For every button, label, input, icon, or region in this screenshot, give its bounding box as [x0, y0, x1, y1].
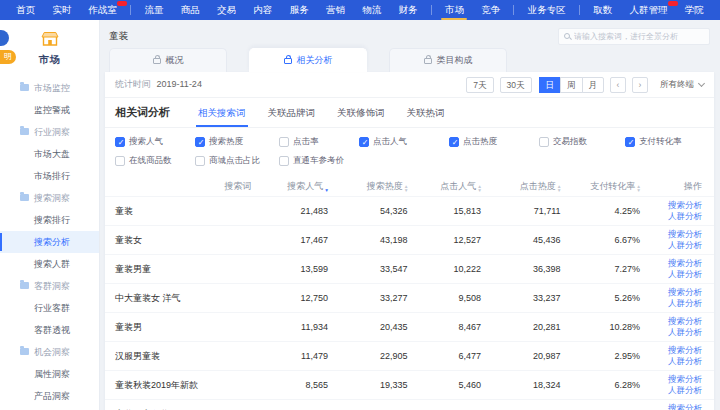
top-nav-item[interactable]: 营销: [322, 0, 349, 20]
search-analysis-link[interactable]: 搜索分析: [642, 287, 702, 298]
sidebar-item[interactable]: 行业客群: [0, 297, 99, 319]
sidebar-item[interactable]: 搜索分析: [0, 231, 99, 253]
top-nav-item[interactable]: [130, 5, 131, 15]
top-nav-item[interactable]: [513, 5, 514, 15]
top-nav-item[interactable]: 学院: [681, 0, 708, 20]
search-analysis-link[interactable]: 搜索分析: [642, 258, 702, 269]
search-analysis-link[interactable]: 搜索分析: [642, 374, 702, 385]
sidebar-item[interactable]: 搜索洞察: [0, 187, 99, 209]
top-nav-item[interactable]: 作战室: [85, 0, 122, 20]
table-header-cell[interactable]: 操作▴▾: [642, 180, 704, 193]
page-tab[interactable]: 概况: [109, 48, 227, 72]
metric-checkbox-item[interactable]: 搜索热度: [195, 136, 279, 148]
table-header-cell[interactable]: 搜索热度▴▾: [330, 180, 410, 193]
top-nav-item[interactable]: 内容: [249, 0, 276, 20]
sidebar-item[interactable]: 搜索人群: [0, 253, 99, 275]
top-nav-item[interactable]: 商品: [177, 0, 204, 20]
sidebar-item[interactable]: 属性洞察: [0, 363, 99, 385]
assistant-badge[interactable]: 明: [0, 50, 16, 64]
next-date-button[interactable]: ›: [632, 77, 648, 93]
panel-tab[interactable]: 关联修饰词: [335, 107, 387, 127]
keyword-search-box[interactable]: [558, 28, 710, 45]
sort-icon[interactable]: ▴▾: [405, 184, 408, 192]
top-nav-item[interactable]: 流量: [141, 0, 168, 20]
top-nav-item[interactable]: 取数: [589, 0, 616, 20]
range-button[interactable]: 7天: [466, 77, 493, 93]
sidebar-item[interactable]: 市场监控: [0, 77, 99, 99]
sidebar-item[interactable]: 产品洞察: [0, 385, 99, 407]
crowd-analysis-link[interactable]: 人群分析: [642, 298, 702, 309]
crowd-analysis-link[interactable]: 人群分析: [642, 240, 702, 251]
crowd-analysis-link[interactable]: 人群分析: [642, 211, 702, 222]
table-header-cell[interactable]: 点击热度▴▾: [483, 180, 563, 193]
top-nav-item[interactable]: 竞争: [477, 0, 504, 20]
table-header-cell[interactable]: 搜索词▴▾: [115, 180, 253, 193]
granularity-button[interactable]: 周: [560, 77, 583, 93]
sidebar-item[interactable]: 行业洞察: [0, 121, 99, 143]
sort-icon[interactable]: ▴▾: [325, 184, 328, 192]
checkbox[interactable]: [539, 137, 549, 147]
checkbox[interactable]: [195, 137, 205, 147]
metric-checkbox-item[interactable]: 交易指数: [539, 136, 625, 148]
page-tab[interactable]: 类目构成: [389, 48, 507, 72]
checkbox[interactable]: [449, 137, 459, 147]
crowd-analysis-link[interactable]: 人群分析: [642, 327, 702, 338]
search-analysis-link[interactable]: 搜索分析: [642, 345, 702, 356]
checkbox[interactable]: [279, 137, 289, 147]
top-nav-item[interactable]: 实时: [48, 0, 75, 20]
metric-checkbox-item[interactable]: 点击人气: [359, 136, 449, 148]
sidebar-item[interactable]: 搜索排行: [0, 209, 99, 231]
sidebar-item[interactable]: 客群洞察: [0, 275, 99, 297]
top-nav-item[interactable]: 交易: [213, 0, 240, 20]
sort-icon[interactable]: ▴▾: [637, 184, 640, 192]
search-input[interactable]: [574, 32, 704, 41]
sort-icon[interactable]: ▴▾: [478, 184, 481, 192]
sidebar-item[interactable]: 市场大盘: [0, 143, 99, 165]
top-nav-item[interactable]: 市场: [441, 0, 468, 20]
top-nav-item[interactable]: 首页: [12, 0, 39, 20]
granularity-button[interactable]: 日: [539, 77, 562, 93]
checkbox[interactable]: [359, 137, 369, 147]
sidebar-item[interactable]: 监控警戒: [0, 99, 99, 121]
table-header-cell[interactable]: 搜索人气▴▾: [253, 180, 330, 193]
metric-checkbox-item[interactable]: 搜索人气: [115, 136, 195, 148]
panel-tab[interactable]: 关联热词: [405, 107, 447, 127]
metric-checkbox-item[interactable]: 点击热度: [449, 136, 539, 148]
sidebar-item[interactable]: 客群透视: [0, 319, 99, 341]
metric-checkbox-item[interactable]: 直通车参考价: [279, 155, 359, 167]
metric-checkbox-item[interactable]: 在线商品数: [115, 155, 195, 167]
metric-checkbox-item[interactable]: 商城点击占比: [195, 155, 279, 167]
prev-date-button[interactable]: ‹: [610, 77, 626, 93]
top-nav-item[interactable]: [579, 5, 580, 15]
top-nav-item[interactable]: 物流: [358, 0, 385, 20]
top-nav-item[interactable]: 人群管理: [626, 0, 672, 20]
checkbox[interactable]: [115, 156, 125, 166]
metric-checkbox-item[interactable]: 支付转化率: [625, 136, 714, 148]
top-nav-item[interactable]: 财务: [394, 0, 421, 20]
terminal-filter-dropdown[interactable]: 所有终端: [660, 79, 704, 91]
granularity-button[interactable]: 月: [582, 77, 605, 93]
page-tab[interactable]: 相关分析: [249, 48, 367, 72]
search-analysis-link[interactable]: 搜索分析: [642, 200, 702, 211]
top-nav-item[interactable]: 服务: [286, 0, 313, 20]
table-header-cell[interactable]: 点击人气▴▾: [409, 180, 483, 193]
metric-checkbox-item[interactable]: 点击率: [279, 136, 359, 148]
crowd-analysis-link[interactable]: 人群分析: [642, 356, 702, 367]
sort-icon[interactable]: ▴▾: [558, 184, 561, 192]
panel-tab[interactable]: 相关搜索词: [196, 107, 248, 127]
range-button[interactable]: 30天: [500, 77, 532, 93]
top-nav-item[interactable]: [431, 5, 432, 15]
checkbox[interactable]: [115, 137, 125, 147]
sidebar-item[interactable]: 市场排行: [0, 165, 99, 187]
top-nav-item[interactable]: 业务专区: [524, 0, 570, 20]
panel-tab[interactable]: 关联品牌词: [266, 107, 318, 127]
crowd-analysis-link[interactable]: 人群分析: [642, 385, 702, 396]
sidebar-item[interactable]: 机会洞察: [0, 341, 99, 363]
table-header-cell[interactable]: 支付转化率▴▾: [563, 180, 643, 193]
sidebar-module-header[interactable]: 市场: [0, 20, 99, 73]
checkbox[interactable]: [625, 137, 635, 147]
checkbox[interactable]: [279, 156, 289, 166]
search-analysis-link[interactable]: 搜索分析: [642, 403, 702, 410]
search-analysis-link[interactable]: 搜索分析: [642, 316, 702, 327]
search-analysis-link[interactable]: 搜索分析: [642, 229, 702, 240]
